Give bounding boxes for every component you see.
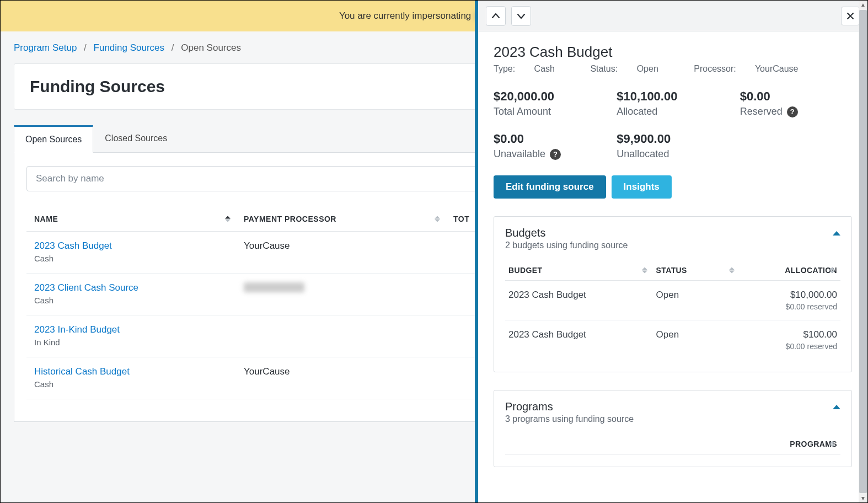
budget-name: 2023 Cash Budget: [505, 320, 653, 360]
budgets-panel-title: Budgets: [505, 227, 628, 239]
budget-status: Open: [653, 281, 740, 320]
scroll-down-icon: ▼: [860, 495, 866, 501]
breadcrumb-program-setup[interactable]: Program Setup: [14, 42, 77, 53]
help-icon[interactable]: ?: [550, 149, 561, 160]
programs-table: PROGRAMS: [505, 434, 840, 454]
row-type: In Kind: [34, 338, 228, 347]
budget-reserved: $0.00 reserved: [743, 342, 837, 351]
scroll-up-icon: ▲: [860, 2, 866, 8]
collapse-icon[interactable]: [833, 405, 840, 409]
budgets-table: BUDGET STATUS ALLOCATION: [505, 260, 840, 360]
row-type: Cash: [34, 296, 228, 305]
sort-icon: [642, 267, 647, 274]
row-title[interactable]: 2023 In-Kind Budget: [34, 324, 228, 335]
drawer-close-button[interactable]: [841, 7, 860, 25]
breadcrumb-funding-sources[interactable]: Funding Sources: [94, 42, 165, 53]
page-scrollbar[interactable]: ▲ ▼: [859, 1, 867, 502]
col-status[interactable]: STATUS: [653, 260, 740, 281]
row-processor-blurred: [244, 282, 304, 292]
row-processor: [236, 315, 446, 357]
programs-panel: Programs 3 programs using funding source…: [494, 390, 852, 467]
stat-unavailable: $0.00 Unavailable?: [494, 132, 606, 160]
budget-name: 2023 Cash Budget: [505, 281, 653, 320]
detail-drawer: 2023 Cash Budget Type: Cash Status: Open…: [475, 1, 867, 502]
sort-icon: [435, 216, 440, 222]
col-name-label: NAME: [34, 215, 58, 223]
budgets-panel-sub: 2 budgets using funding source: [505, 240, 628, 250]
tab-open-sources[interactable]: Open Sources: [14, 125, 93, 153]
budget-allocation: $100.00: [743, 329, 837, 340]
breadcrumb-current: Open Sources: [181, 42, 241, 53]
drawer-title: 2023 Cash Budget: [494, 44, 852, 61]
tab-closed-sources[interactable]: Closed Sources: [93, 125, 179, 153]
col-programs[interactable]: PROGRAMS: [505, 434, 840, 454]
col-total-label: TOT: [453, 215, 469, 223]
stat-reserved: $0.00 Reserved?: [740, 89, 852, 117]
col-name[interactable]: NAME: [26, 207, 236, 232]
row-processor: YourCause: [236, 232, 446, 274]
budget-row: 2023 Cash Budget Open $100.00 $0.00 rese…: [505, 320, 840, 360]
breadcrumb-sep: /: [172, 42, 174, 53]
row-title[interactable]: 2023 Client Cash Source: [34, 282, 228, 293]
col-allocation[interactable]: ALLOCATION: [740, 260, 840, 281]
drawer-stats: $20,000.00 Total Amount $10,100.00 Alloc…: [494, 89, 852, 160]
budget-allocation: $10,000.00: [743, 290, 837, 301]
scroll-thumb[interactable]: [859, 10, 867, 493]
help-icon[interactable]: ?: [787, 106, 798, 117]
sort-icon: [729, 267, 735, 274]
col-budget[interactable]: BUDGET: [505, 260, 653, 281]
stat-total: $20,000.00 Total Amount: [494, 89, 606, 117]
close-icon: [846, 12, 854, 20]
row-type: Cash: [34, 379, 228, 389]
drawer-prev-button[interactable]: [486, 6, 506, 26]
sort-icon: [225, 216, 231, 222]
row-type: Cash: [34, 254, 228, 263]
drawer-meta: Type: Cash Status: Open Processor: YourC…: [494, 64, 852, 74]
sort-icon: [829, 267, 835, 274]
budgets-panel: Budgets 2 budgets using funding source B…: [494, 216, 852, 372]
insights-button[interactable]: Insights: [612, 175, 672, 199]
budget-row: 2023 Cash Budget Open $10,000.00 $0.00 r…: [505, 281, 840, 320]
stat-allocated: $10,100.00 Allocated: [617, 89, 728, 117]
row-title[interactable]: 2023 Cash Budget: [34, 240, 228, 252]
chevron-down-icon: [517, 12, 525, 20]
col-status-label: STATUS: [656, 266, 687, 275]
drawer-header: [478, 1, 867, 31]
stat-unallocated: $9,900.00 Unallocated: [617, 132, 728, 160]
programs-panel-sub: 3 programs using funding source: [505, 414, 634, 424]
sort-icon: [829, 441, 835, 447]
row-processor: YourCause: [236, 357, 446, 399]
edit-funding-source-button[interactable]: Edit funding source: [494, 175, 606, 199]
budget-reserved: $0.00 reserved: [743, 302, 837, 311]
col-processor-label: PAYMENT PROCESSOR: [244, 215, 336, 223]
impersonation-text: You are currently impersonating: [339, 10, 471, 22]
col-processor[interactable]: PAYMENT PROCESSOR: [236, 207, 446, 232]
drawer-body: 2023 Cash Budget Type: Cash Status: Open…: [478, 31, 867, 502]
programs-panel-title: Programs: [505, 400, 634, 413]
budget-status: Open: [653, 320, 740, 360]
drawer-next-button[interactable]: [511, 6, 531, 26]
drawer-actions: Edit funding source Insights: [494, 175, 852, 199]
col-budget-label: BUDGET: [508, 266, 543, 275]
chevron-up-icon: [492, 12, 500, 20]
row-title[interactable]: Historical Cash Budget: [34, 366, 228, 377]
collapse-icon[interactable]: [833, 231, 840, 236]
breadcrumb-sep: /: [84, 42, 87, 53]
